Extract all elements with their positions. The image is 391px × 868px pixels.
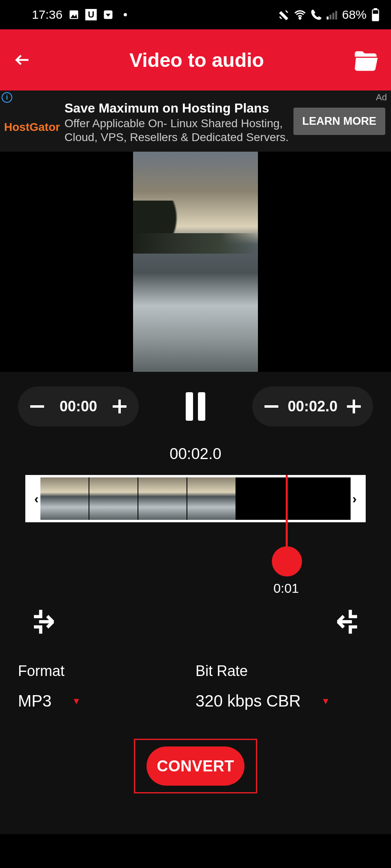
timeline-thumbnails[interactable] [40,477,351,520]
playhead-handle[interactable] [272,546,302,576]
status-bar: 17:36 U 68% [0,0,391,29]
ad-label: Ad [376,92,387,103]
end-decrease-button[interactable] [264,405,278,408]
ad-text: Save Maximum on Hosting Plans Offer Appl… [64,98,293,144]
video-preview[interactable] [0,152,391,372]
start-time-value: 00:00 [60,398,97,415]
chevron-down-icon: ▼ [72,696,81,707]
svg-rect-6 [329,15,331,20]
start-time-control: 00:00 [18,387,139,426]
status-time: 17:36 [32,8,62,22]
signal-icon [326,9,337,20]
playback-controls: 00:00 00:02.0 [0,372,391,441]
format-value: MP3 [18,692,51,710]
ad-body: Offer Applicable On- Linux Shared Hostin… [64,117,289,144]
status-left: 17:36 U [32,8,127,22]
battery-icon [371,8,380,21]
convert-highlight: CONVERT [134,739,257,793]
end-time-control: 00:02.0 [252,387,373,426]
trim-controls [0,585,391,650]
battery-percent: 68% [342,8,367,22]
app-header: Video to audio [0,29,391,91]
dropdown-icon [102,9,114,20]
svg-rect-10 [374,8,378,10]
svg-rect-7 [332,13,334,19]
folder-button[interactable] [353,49,379,71]
video-frame [133,152,258,372]
dot-icon [124,13,127,16]
timeline-left-handle[interactable]: ‹ [34,491,39,506]
svg-rect-14 [113,405,127,408]
vibrate-icon [278,9,290,21]
svg-rect-15 [264,405,278,408]
svg-rect-17 [347,405,361,408]
ad-logo: HostGator [2,108,64,134]
trim-start-icon[interactable] [33,610,54,634]
trim-end-icon[interactable] [337,610,358,634]
wifi-icon [293,9,307,21]
start-increase-button[interactable] [113,400,127,413]
format-option: Format MP3 ▼ [18,663,196,710]
end-increase-button[interactable] [347,400,361,413]
bitrate-value: 320 kbps CBR [196,692,301,710]
bitrate-label: Bit Rate [196,663,373,680]
svg-point-4 [299,18,301,19]
bitrate-option: Bit Rate 320 kbps CBR ▼ [196,663,373,710]
ad-cta-button[interactable]: LEARN MORE [293,108,386,135]
u-icon: U [85,9,97,20]
image-icon [68,9,80,20]
timeline-area: ‹ › 0:01 [0,475,391,585]
conversion-options: Format MP3 ▼ Bit Rate 320 kbps CBR ▼ [0,650,391,727]
playhead-time: 0:01 [273,581,299,596]
chevron-down-icon: ▼ [321,696,330,707]
ad-headline: Save Maximum on Hosting Plans [64,101,289,116]
svg-rect-8 [335,11,337,20]
svg-rect-11 [373,10,378,14]
ad-banner[interactable]: i Ad HostGator Save Maximum on Hosting P… [0,91,391,152]
current-time: 00:02.0 [0,441,391,475]
ad-info-icon[interactable]: i [2,92,12,103]
format-label: Format [18,663,196,680]
timeline-right-handle[interactable]: › [352,491,357,506]
end-time-value: 00:02.0 [288,398,338,415]
timeline[interactable]: ‹ › [25,475,366,522]
svg-rect-5 [327,17,329,20]
page-title: Video to audio [16,49,353,71]
pause-button[interactable] [186,392,205,421]
svg-rect-12 [30,405,44,408]
bitrate-dropdown[interactable]: 320 kbps CBR ▼ [196,692,373,710]
format-dropdown[interactable]: MP3 ▼ [18,692,196,710]
convert-area: CONVERT [0,727,391,834]
status-right: 68% [278,8,380,22]
start-decrease-button[interactable] [30,405,44,408]
call-icon [310,9,322,21]
convert-button[interactable]: CONVERT [147,747,244,786]
